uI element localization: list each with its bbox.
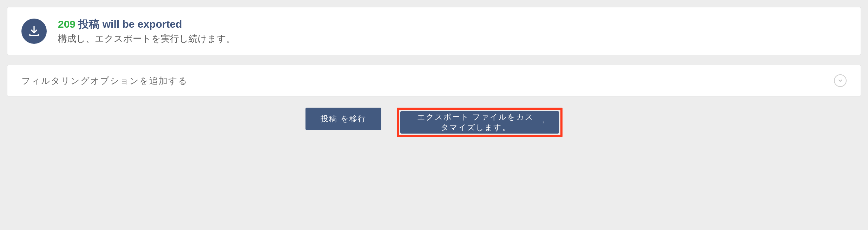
chevron-down-icon xyxy=(834,74,847,87)
customize-export-highlight: エクスポート ファイルをカスタマイズします。 xyxy=(397,108,563,137)
action-button-row: 投稿 を移行 エクスポート ファイルをカスタマイズします。 xyxy=(0,108,868,144)
migrate-posts-button[interactable]: 投稿 を移行 xyxy=(305,108,381,130)
export-summary-card: 209 投稿 will be exported 構成し、エクスポートを実行し続け… xyxy=(7,7,861,55)
add-filter-options-panel[interactable]: フィルタリングオプションを追加する xyxy=(7,65,861,96)
filter-options-label: フィルタリングオプションを追加する xyxy=(21,75,188,87)
migrate-button-label: 投稿 を移行 xyxy=(321,114,366,124)
export-summary-subtitle: 構成し、エクスポートを実行し続けます。 xyxy=(58,32,235,45)
chevron-right-icon xyxy=(542,119,545,126)
customize-export-button[interactable]: エクスポート ファイルをカスタマイズします。 xyxy=(400,111,559,134)
export-title-suffix: 投稿 will be exported xyxy=(75,18,182,30)
download-icon xyxy=(21,19,47,44)
export-count: 209 xyxy=(58,18,75,30)
export-summary-title: 209 投稿 will be exported xyxy=(58,17,235,31)
customize-button-label: エクスポート ファイルをカスタマイズします。 xyxy=(414,112,537,133)
export-summary-text: 209 投稿 will be exported 構成し、エクスポートを実行し続け… xyxy=(58,17,235,45)
